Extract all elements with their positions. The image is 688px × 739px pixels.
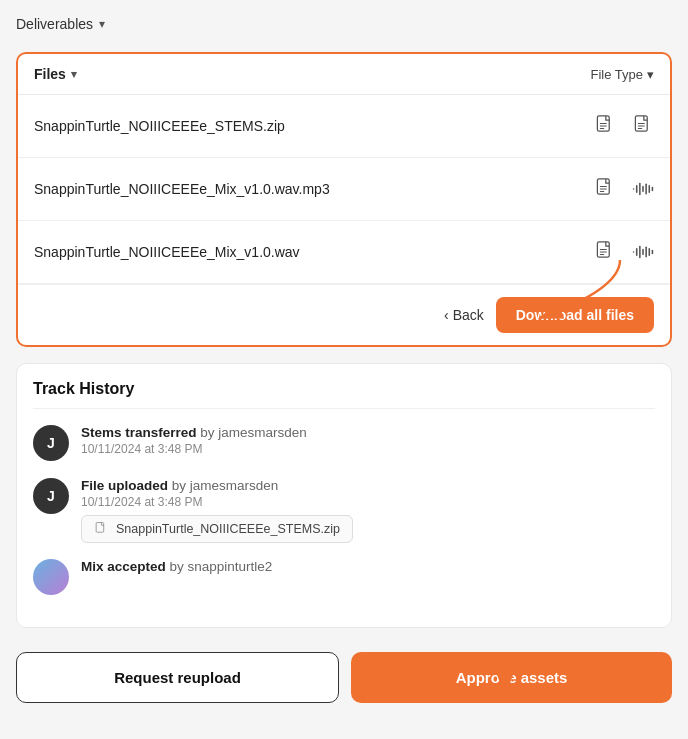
avatar-2: J <box>33 478 69 514</box>
doc-icon-2a <box>594 176 616 202</box>
file-type-arrow: ▾ <box>647 67 654 82</box>
audio-icon-3b <box>632 239 654 265</box>
file-row-3[interactable]: SnappinTurtle_NOIIICEEEe_Mix_v1.0.wav <box>18 221 670 284</box>
svg-rect-30 <box>96 523 104 533</box>
attachment-icon <box>94 522 108 536</box>
history-content-3: Mix accepted by snappinturtle2 <box>81 559 655 576</box>
files-box: Files ▾ File Type ▾ SnappinTurtle_NOIIIC… <box>16 52 672 347</box>
avatar-1: J <box>33 425 69 461</box>
file-name-3: SnappinTurtle_NOIIICEEEe_Mix_v1.0.wav <box>34 244 594 260</box>
file-row-2[interactable]: SnappinTurtle_NOIIICEEEe_Mix_v1.0.wav.mp… <box>18 158 670 221</box>
history-by-1: by jamesmarsden <box>200 425 307 440</box>
file-name-2: SnappinTurtle_NOIIICEEEe_Mix_v1.0.wav.mp… <box>34 181 594 197</box>
history-action-2: File uploaded by jamesmarsden <box>81 478 655 493</box>
audio-icon-2b <box>632 176 654 202</box>
history-item-1: J Stems transferred by jamesmarsden 10/1… <box>33 425 655 462</box>
file-icons-3 <box>594 239 654 265</box>
history-action-text-3: Mix accepted <box>81 559 166 574</box>
file-type-text: File Type <box>590 67 643 82</box>
approve-assets-button[interactable]: Approve assets <box>351 652 672 703</box>
deliverables-header[interactable]: Deliverables ▾ <box>16 16 672 32</box>
files-label[interactable]: Files ▾ <box>34 66 77 82</box>
request-reupload-button[interactable]: Request reupload <box>16 652 339 703</box>
doc-icon-1a <box>594 113 616 139</box>
doc-icon-3a <box>594 239 616 265</box>
files-header: Files ▾ File Type ▾ <box>18 54 670 95</box>
history-by-3: by snappinturtle2 <box>170 559 273 574</box>
history-date-1: 10/11/2024 at 3:48 PM <box>81 442 655 456</box>
file-attachment-2[interactable]: SnappinTurtle_NOIIICEEEe_STEMS.zip <box>81 515 353 543</box>
history-content-1: Stems transferred by jamesmarsden 10/11/… <box>81 425 655 462</box>
files-arrow: ▾ <box>71 68 77 81</box>
avatar-3 <box>33 559 69 595</box>
history-item-2: J File uploaded by jamesmarsden 10/11/20… <box>33 478 655 543</box>
download-all-button[interactable]: Download all files <box>496 297 654 333</box>
file-type-label[interactable]: File Type ▾ <box>590 67 654 82</box>
history-content-2: File uploaded by jamesmarsden 10/11/2024… <box>81 478 655 543</box>
history-action-1: Stems transferred by jamesmarsden <box>81 425 655 440</box>
back-button[interactable]: ‹ Back <box>444 307 484 323</box>
attachment-filename: SnappinTurtle_NOIIICEEEe_STEMS.zip <box>116 522 340 536</box>
files-text: Files <box>34 66 66 82</box>
history-by-2: by jamesmarsden <box>172 478 279 493</box>
history-item-3: Mix accepted by snappinturtle2 <box>33 559 655 595</box>
history-action-text-2: File uploaded <box>81 478 168 493</box>
file-icons-1 <box>594 113 654 139</box>
track-history-box: Track History J Stems transferred by jam… <box>16 363 672 628</box>
bottom-actions: Request reupload Approve assets <box>16 644 672 707</box>
back-chevron: ‹ <box>444 307 449 323</box>
deliverables-chevron: ▾ <box>99 17 105 31</box>
history-action-3: Mix accepted by snappinturtle2 <box>81 559 655 574</box>
files-footer: ‹ Back Download all files <box>18 284 670 345</box>
track-history-title: Track History <box>33 380 655 409</box>
file-name-1: SnappinTurtle_NOIIICEEEe_STEMS.zip <box>34 118 594 134</box>
history-date-2: 10/11/2024 at 3:48 PM <box>81 495 655 509</box>
file-row[interactable]: SnappinTurtle_NOIIICEEEe_STEMS.zip <box>18 95 670 158</box>
deliverables-label: Deliverables <box>16 16 93 32</box>
back-label: Back <box>453 307 484 323</box>
history-action-text-1: Stems transferred <box>81 425 197 440</box>
doc-icon-1b <box>632 113 654 139</box>
file-icons-2 <box>594 176 654 202</box>
